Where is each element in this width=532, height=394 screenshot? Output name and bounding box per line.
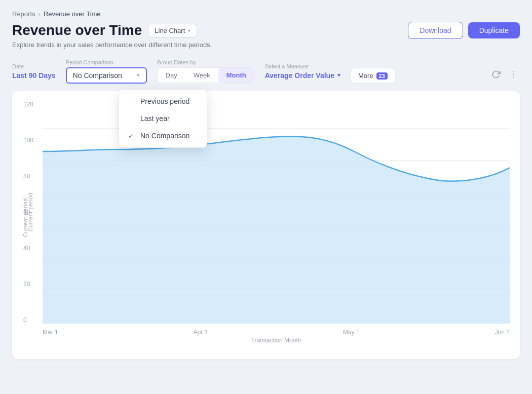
x-tick: Jun 1 [495, 329, 510, 336]
measure-label: Select a Measure [265, 63, 340, 69]
measure-dropdown[interactable]: Average Order Value ▾ [265, 71, 340, 80]
date-value[interactable]: Last 90 Days [12, 71, 56, 80]
more-options-button[interactable] [507, 68, 520, 84]
dropdown-item-label: No Comparison [140, 132, 189, 140]
check-icon: ✓ [128, 132, 136, 140]
measure-group: Select a Measure Average Order Value ▾ [265, 63, 340, 80]
period-comparison-group: Period Comparison No Comparison ▾ [66, 59, 147, 84]
period-comparison-value: No Comparison [73, 71, 122, 80]
chevron-down-icon: ▾ [188, 28, 191, 33]
header-actions: Download Duplicate [408, 22, 520, 39]
svg-point-1 [513, 74, 514, 75]
chart-area: Current period 120 100 80 6 [22, 101, 510, 344]
dropdown-item-lastyear[interactable]: Last year [119, 110, 207, 127]
chart-type-button[interactable]: Line Chart ▾ [148, 24, 197, 37]
svg-point-2 [513, 76, 514, 77]
download-button[interactable]: Download [408, 22, 463, 39]
period-comparison-dropdown[interactable]: No Comparison ▾ [66, 67, 147, 84]
period-comparison-menu: Previous period Last year ✓ No Compariso… [119, 89, 207, 148]
more-vertical-icon [509, 70, 518, 79]
refresh-icon [491, 70, 501, 79]
page-subtitle: Explore trends in your sales performance… [12, 41, 520, 49]
chevron-down-icon: ▾ [337, 72, 340, 78]
breadcrumb-parent[interactable]: Reports [12, 10, 35, 18]
breadcrumb-separator: › [39, 10, 41, 18]
dropdown-item-nocomparison[interactable]: ✓ No Comparison [119, 127, 207, 144]
x-tick: Mar 1 [43, 329, 58, 336]
period-comparison-label: Period Comparison [66, 59, 147, 65]
icon-actions [489, 68, 520, 84]
group-month-button[interactable]: Month [218, 68, 254, 83]
dropdown-item-label: Previous period [140, 97, 189, 105]
chart-container: Current period 120 100 80 6 [12, 91, 520, 359]
chart-svg: 120 100 80 60 40 20 0 Mar 1 Apr 1 May 1 … [43, 101, 510, 324]
dropdown-item-label: Last year [140, 114, 170, 123]
more-badge: 23 [376, 72, 388, 80]
date-filter-group: Date Last 90 Days [12, 63, 56, 80]
breadcrumb: Reports › Revenue over Time [12, 10, 520, 18]
page-title: Revenue over Time [12, 22, 142, 38]
more-label: More [358, 72, 373, 80]
group-day-button[interactable]: Day [158, 68, 185, 83]
breadcrumb-current: Revenue over Time [44, 10, 101, 18]
group-dates-buttons: Day Week Month [157, 67, 255, 83]
line-chart-svg [43, 101, 510, 324]
measure-value: Average Order Value [265, 71, 334, 80]
group-dates-label: Group Dates by [157, 59, 255, 65]
x-axis-label: Transaction Month [43, 337, 510, 344]
x-tick: May 1 [343, 329, 360, 336]
refresh-button[interactable] [489, 68, 503, 84]
filters-row: Date Last 90 Days Period Comparison No C… [12, 59, 520, 84]
y-axis-label: Current period [27, 192, 33, 231]
y-axis-label-wrap: Current period [27, 101, 33, 324]
dropdown-item-previous[interactable]: Previous period [119, 93, 207, 110]
chart-type-label: Line Chart [155, 27, 185, 34]
title-row: Revenue over Time Line Chart ▾ [12, 22, 197, 38]
svg-point-0 [513, 71, 514, 72]
date-label: Date [12, 63, 56, 69]
page-header: Revenue over Time Line Chart ▾ Download … [12, 22, 520, 39]
duplicate-button[interactable]: Duplicate [468, 22, 520, 38]
x-axis-ticks: Mar 1 Apr 1 May 1 Jun 1 [43, 329, 510, 336]
chart-fill [43, 136, 510, 324]
x-tick: Apr 1 [194, 329, 208, 336]
chevron-down-icon: ▾ [137, 72, 140, 78]
group-dates-group: Group Dates by Day Week Month [157, 59, 255, 83]
group-week-button[interactable]: Week [185, 68, 218, 83]
more-button[interactable]: More 23 [351, 68, 395, 84]
